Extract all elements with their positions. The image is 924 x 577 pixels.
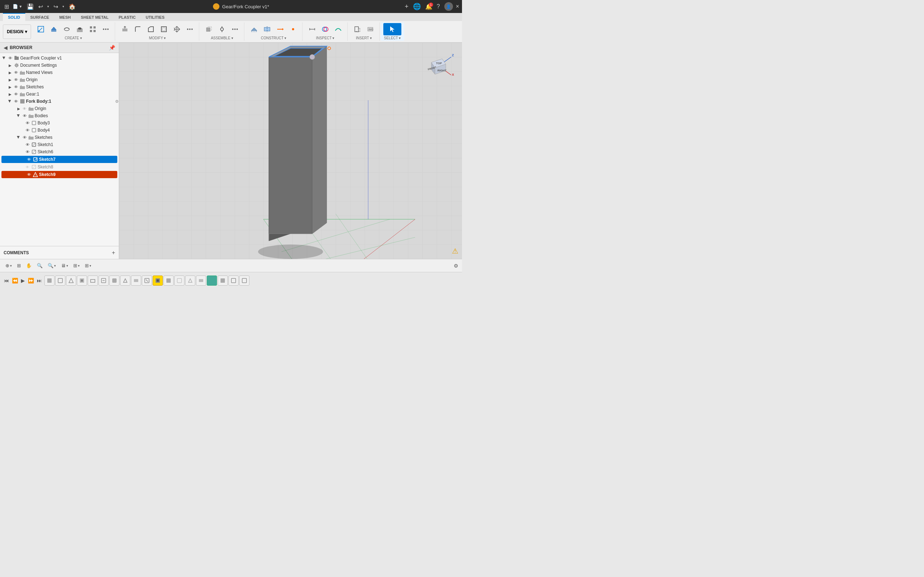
canvas[interactable]: Z X TOP FRONT RIGHT ⚠ — [119, 43, 462, 259]
tree-item-doc-settings[interactable]: ▶ Document Settings — [0, 62, 119, 69]
comments-add-button[interactable]: + — [112, 250, 115, 256]
create-sketch-button[interactable] — [35, 23, 47, 35]
close-button[interactable]: × — [456, 3, 459, 10]
tree-item-sketch8[interactable]: 👁 Sketch8 — [0, 163, 119, 171]
file-dropdown[interactable]: ▾ — [19, 4, 22, 9]
press-pull-button[interactable] — [119, 23, 131, 35]
save-button[interactable]: 💾 — [25, 2, 36, 11]
tree-eye-sketch1[interactable]: 👁 — [24, 142, 30, 148]
view-cube[interactable]: Z X TOP FRONT RIGHT — [422, 50, 455, 82]
apps-button[interactable]: ⊞ — [3, 2, 10, 11]
tree-item-origin[interactable]: ▶ 👁 Origin — [0, 76, 119, 83]
tree-eye-body4[interactable]: 👁 — [24, 127, 30, 133]
tab-mesh[interactable]: MESH — [54, 13, 76, 21]
assemble-group-label[interactable]: ASSEMBLE ▾ — [211, 36, 233, 40]
pattern-button[interactable] — [87, 23, 99, 35]
grid-dropdown[interactable]: ⊞▾ — [71, 262, 82, 269]
browser-pin-button[interactable]: 📌 — [109, 45, 115, 50]
autodesk-online-button[interactable]: 🌐 — [412, 1, 422, 12]
offset-plane-button[interactable] — [248, 23, 260, 35]
tl-item-14[interactable] — [196, 276, 206, 285]
tl-item-11[interactable] — [163, 276, 174, 285]
tab-sheet-metal[interactable]: SHEET METAL — [76, 13, 114, 21]
fillet-button[interactable] — [132, 23, 144, 35]
tree-eye-sketch7[interactable]: 👁 — [26, 156, 32, 162]
timeline-play-button[interactable]: ▶ — [20, 277, 26, 285]
tree-item-sketch6[interactable]: 👁 Sketch6 — [0, 148, 119, 155]
browser-collapse-button[interactable]: ◀ — [3, 45, 8, 50]
tree-item-bodies-folder[interactable]: ▶ 👁 Bodies — [0, 112, 119, 119]
tl-item-0[interactable] — [44, 276, 55, 285]
tree-item-named-views[interactable]: ▶ 👁 Named Views — [0, 69, 119, 76]
tree-eye-sketch8[interactable]: 👁 — [24, 164, 30, 170]
decal-button[interactable]: IMG — [364, 23, 376, 35]
tl-item-5[interactable] — [99, 276, 109, 285]
curvature-button[interactable] — [332, 23, 344, 35]
view-dropdown[interactable]: ⊞▾ — [83, 262, 93, 269]
axis-button[interactable] — [274, 23, 286, 35]
timeline-last-button[interactable]: ⏭ — [36, 277, 43, 285]
tl-item-17[interactable] — [228, 276, 239, 285]
tree-item-sketch1[interactable]: 👁 Sketch1 — [0, 141, 119, 148]
create-group-label[interactable]: CREATE ▾ — [65, 36, 82, 40]
tree-eye-body3[interactable]: 👁 — [24, 120, 30, 126]
tl-item-active[interactable] — [153, 276, 163, 285]
settings-button[interactable]: ⚙ — [454, 263, 459, 269]
timeline-prev-button[interactable]: ⏪ — [11, 277, 19, 285]
tl-item-2[interactable] — [66, 276, 76, 285]
construct-group-label[interactable]: CONSTRUCT ▾ — [261, 36, 286, 40]
tree-item-sketches-top[interactable]: ▶ 👁 Sketches — [0, 83, 119, 90]
tab-solid[interactable]: SOLID — [3, 13, 25, 21]
tree-item-sketch9[interactable]: 👁 ! Sketch9 — [2, 171, 117, 178]
timeline-next-button[interactable]: ⏩ — [27, 277, 35, 285]
tree-item-sketch7[interactable]: 👁 Sketch7 — [2, 156, 117, 163]
zoom-button[interactable]: 🔍 — [35, 262, 44, 269]
more-assemble-button[interactable] — [229, 23, 241, 35]
redo-button[interactable]: ↪ — [52, 2, 60, 11]
move-button[interactable] — [171, 23, 183, 35]
tree-eye-root[interactable]: 👁 — [7, 55, 13, 61]
tree-item-fork-origin[interactable]: ▶ 👁 Origin — [0, 105, 119, 112]
select-button[interactable] — [383, 23, 401, 35]
user-avatar[interactable]: 👤 — [444, 2, 453, 11]
orbit-button[interactable]: ✋ — [24, 262, 34, 269]
redo-dropdown[interactable]: ▾ — [61, 3, 66, 10]
tl-item-16[interactable] — [218, 276, 228, 285]
tree-eye-named-views[interactable]: 👁 — [13, 69, 19, 76]
tl-item-8[interactable] — [131, 276, 141, 285]
tree-item-sketches-folder[interactable]: ▶ 👁 Sketches — [0, 134, 119, 141]
tree-item-body3[interactable]: 👁 Body3 — [0, 119, 119, 127]
home-button[interactable]: 🏠 — [67, 2, 77, 11]
tree-item-gear[interactable]: ▶ 👁 Gear:1 — [0, 90, 119, 98]
tl-item-13[interactable] — [185, 276, 195, 285]
timeline-first-button[interactable]: ⏮ — [3, 277, 10, 285]
inspect-group-label[interactable]: INSPECT ▾ — [316, 36, 334, 40]
insert-group-label[interactable]: INSERT ▾ — [356, 36, 372, 40]
more-modify-button[interactable] — [184, 23, 196, 35]
tree-eye-sketches[interactable]: 👁 — [22, 134, 27, 140]
hole-button[interactable] — [74, 23, 86, 35]
move-tool-button[interactable]: ⊕▾ — [3, 262, 14, 269]
midplane-button[interactable] — [261, 23, 273, 35]
display-dropdown[interactable]: 🖥▾ — [59, 262, 70, 269]
tree-root[interactable]: ▶ 👁 Gear/Fork Coupler v1 — [0, 55, 119, 62]
tl-item-6[interactable] — [109, 276, 120, 285]
select-group-label[interactable]: SELECT ▾ — [384, 36, 401, 40]
help-button[interactable]: ? — [435, 2, 441, 11]
interference-button[interactable] — [319, 23, 331, 35]
tree-eye-gear[interactable]: 👁 — [13, 91, 19, 97]
measure-button[interactable] — [306, 23, 318, 35]
tl-item-4[interactable] — [88, 276, 98, 285]
tree-extra-fork-body[interactable]: ⚙ — [115, 99, 119, 104]
tab-utilities[interactable]: UTILITIES — [141, 13, 170, 21]
tree-eye-sketches-top[interactable]: 👁 — [13, 84, 19, 90]
tree-eye-origin[interactable]: 👁 — [13, 77, 19, 82]
new-component-button[interactable] — [203, 23, 215, 35]
tl-item-3[interactable] — [77, 276, 87, 285]
snap-button[interactable]: ⊞ — [15, 262, 23, 269]
tree-eye-sketch6[interactable]: 👁 — [24, 149, 30, 155]
tl-item-7[interactable] — [120, 276, 130, 285]
point-button[interactable] — [287, 23, 299, 35]
tl-item-special[interactable] — [207, 276, 217, 285]
tab-plastic[interactable]: PLASTIC — [114, 13, 141, 21]
